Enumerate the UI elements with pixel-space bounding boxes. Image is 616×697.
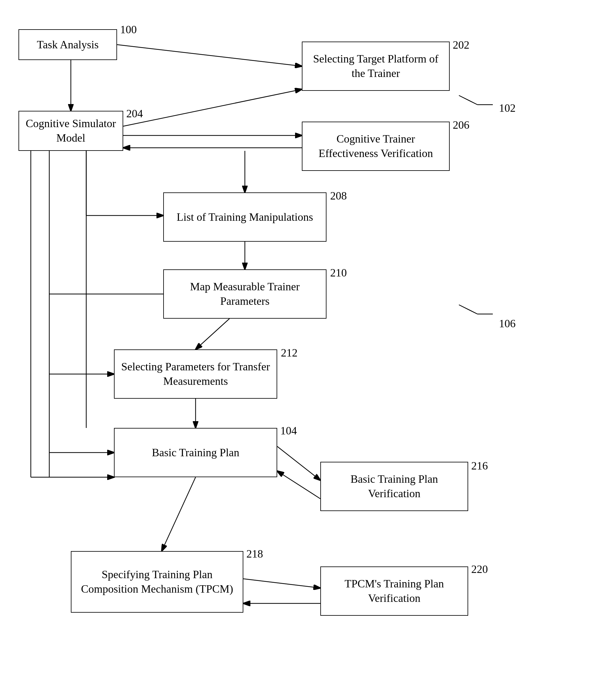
svg-line-3 — [123, 89, 302, 126]
cognitive-sim-box: Cognitive Simulator Model — [18, 111, 123, 151]
task-analysis-label: Task Analysis — [37, 38, 99, 52]
selecting-params-label: Selecting Parameters for Transfer Measur… — [119, 360, 272, 388]
specifying-tpcm-label: Specifying Training Plan Composition Mec… — [76, 567, 238, 596]
specifying-tpcm-box: Specifying Training Plan Composition Mec… — [71, 551, 243, 613]
map-measurable-label: Map Measurable Trainer Parameters — [169, 280, 321, 309]
list-training-label: List of Training Manipulations — [176, 210, 313, 224]
diagram-container: Task Analysis Selecting Target Platform … — [0, 0, 616, 697]
list-training-box: List of Training Manipulations — [163, 192, 326, 242]
ref-218: 218 — [246, 547, 263, 560]
ref-216: 216 — [471, 459, 488, 472]
ref-208: 208 — [330, 189, 347, 202]
svg-line-18 — [162, 477, 195, 551]
tpcm-verification-label: TPCM's Training Plan Verification — [326, 577, 463, 606]
basic-verification-label: Basic Training Plan Verification — [326, 472, 463, 501]
selecting-target-box: Selecting Target Platform of the Trainer — [302, 42, 450, 91]
ref-210: 210 — [330, 266, 347, 279]
ref-102: 102 — [499, 102, 516, 115]
svg-line-16 — [277, 446, 320, 480]
cognitive-trainer-box: Cognitive Trainer Effectiveness Verifica… — [302, 122, 450, 171]
task-analysis-box: Task Analysis — [18, 29, 117, 60]
basic-training-label: Basic Training Plan — [152, 445, 239, 460]
ref-202: 202 — [453, 39, 469, 51]
svg-line-19 — [243, 579, 320, 588]
selecting-target-label: Selecting Target Platform of the Trainer — [307, 52, 444, 81]
ref-220: 220 — [471, 563, 488, 576]
ref-104: 104 — [280, 424, 297, 437]
ref-100: 100 — [120, 23, 137, 36]
svg-line-21 — [459, 95, 478, 105]
cognitive-trainer-label: Cognitive Trainer Effectiveness Verifica… — [307, 132, 444, 161]
basic-training-box: Basic Training Plan — [114, 428, 277, 477]
ref-212: 212 — [281, 346, 297, 359]
ref-204: 204 — [126, 107, 143, 120]
svg-line-14 — [195, 318, 230, 350]
ref-106: 106 — [499, 317, 516, 330]
tpcm-verification-box: TPCM's Training Plan Verification — [320, 566, 468, 616]
svg-line-17 — [277, 471, 320, 499]
map-measurable-box: Map Measurable Trainer Parameters — [163, 269, 326, 318]
selecting-params-box: Selecting Parameters for Transfer Measur… — [114, 350, 277, 399]
cognitive-sim-label: Cognitive Simulator Model — [24, 116, 118, 145]
svg-line-1 — [117, 45, 302, 66]
svg-line-23 — [459, 305, 478, 314]
basic-verification-box: Basic Training Plan Verification — [320, 462, 468, 511]
ref-206: 206 — [453, 119, 469, 132]
